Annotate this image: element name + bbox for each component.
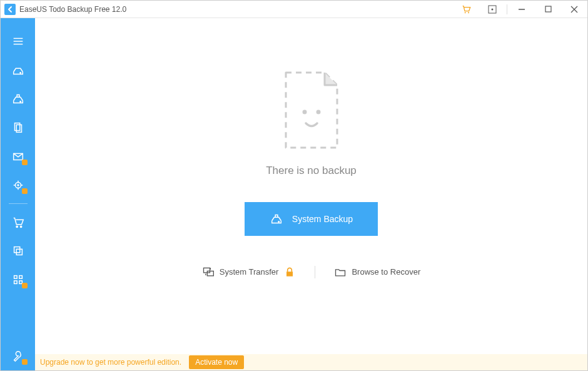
- clone-button[interactable]: [1, 236, 35, 265]
- svg-point-3: [492, 8, 494, 10]
- secondary-actions: System Transfer Browse to Recover: [202, 266, 420, 278]
- transfer-icon: [202, 266, 215, 278]
- svg-point-12: [19, 101, 20, 102]
- primary-button-label: System Backup: [292, 214, 353, 224]
- close-icon: [570, 6, 578, 13]
- clone-icon: [11, 244, 25, 258]
- empty-label: There is no backup: [266, 165, 357, 177]
- lock-indicator: [22, 188, 28, 194]
- svg-point-11: [19, 73, 20, 73]
- system-backup-primary-button[interactable]: System Backup: [245, 202, 378, 236]
- main-panel: There is no backup System Backup System …: [35, 18, 587, 370]
- svg-rect-33: [203, 268, 210, 273]
- browse-recover-label: Browse to Recover: [352, 267, 420, 277]
- activate-button[interactable]: Activate now: [189, 355, 244, 369]
- svg-point-17: [18, 185, 19, 186]
- titlebar: EaseUS Todo Backup Free 12.0: [1, 1, 587, 18]
- disk-backup-button[interactable]: [1, 56, 35, 84]
- upgrade-message: Upgrade now to get more powerful edition…: [40, 358, 181, 367]
- file-icon: [11, 121, 25, 135]
- svg-rect-35: [286, 272, 293, 277]
- svg-rect-28: [14, 281, 17, 284]
- system-disk-icon: [11, 92, 25, 106]
- sidebar: [1, 18, 35, 370]
- titlebar-controls: [453, 1, 587, 18]
- minimize-button[interactable]: [509, 1, 535, 18]
- buy-button[interactable]: [1, 208, 35, 236]
- maximize-icon: [545, 6, 552, 13]
- lock-indicator: [22, 359, 28, 365]
- maximize-button[interactable]: [535, 1, 561, 18]
- app-title: EaseUS Todo Backup Free 12.0: [19, 5, 453, 14]
- tools-button[interactable]: [1, 265, 35, 294]
- menu-icon: [11, 34, 25, 48]
- svg-point-22: [16, 226, 17, 227]
- close-button[interactable]: [561, 1, 587, 18]
- lock-icon: [283, 266, 296, 278]
- svg-point-32: [278, 221, 279, 221]
- options-button[interactable]: [479, 1, 505, 18]
- sidebar-divider: [9, 203, 28, 204]
- browse-recover-button[interactable]: Browse to Recover: [334, 266, 420, 278]
- box-dot-icon: [488, 5, 497, 14]
- svg-rect-13: [14, 123, 19, 131]
- svg-rect-24: [14, 247, 19, 253]
- cart-icon: [461, 4, 471, 14]
- svg-rect-5: [545, 6, 551, 12]
- menu-button[interactable]: [1, 27, 35, 56]
- svg-rect-26: [14, 276, 17, 279]
- mail-backup-button[interactable]: [1, 142, 35, 171]
- svg-rect-25: [16, 249, 22, 255]
- svg-point-31: [316, 109, 320, 114]
- lock-indicator: [22, 160, 28, 165]
- system-transfer-button[interactable]: System Transfer: [202, 266, 297, 278]
- cart-icon: [11, 215, 25, 229]
- lock-indicator: [22, 283, 28, 288]
- system-disk-icon: [270, 212, 283, 226]
- system-transfer-label: System Transfer: [220, 267, 279, 277]
- svg-point-30: [302, 109, 307, 114]
- separator: [315, 266, 315, 278]
- app-logo: [4, 4, 16, 15]
- disk-icon: [11, 63, 25, 77]
- svg-rect-14: [16, 125, 21, 132]
- svg-rect-27: [19, 276, 22, 279]
- svg-point-1: [468, 12, 469, 13]
- settings-button[interactable]: [1, 342, 35, 370]
- titlebar-separator: [507, 4, 507, 14]
- file-backup-button[interactable]: [1, 113, 35, 142]
- minimize-icon: [518, 6, 525, 13]
- svg-point-23: [20, 226, 21, 227]
- smart-backup-button[interactable]: [1, 171, 35, 200]
- folder-icon: [334, 266, 347, 278]
- svg-rect-34: [207, 271, 213, 276]
- upgrade-bar: Upgrade now to get more powerful edition…: [35, 354, 587, 370]
- svg-point-0: [465, 12, 466, 13]
- empty-state: There is no backup System Backup System …: [35, 18, 587, 354]
- system-backup-button[interactable]: [1, 84, 35, 113]
- cart-button[interactable]: [453, 1, 479, 18]
- document-smile-icon: [281, 69, 342, 151]
